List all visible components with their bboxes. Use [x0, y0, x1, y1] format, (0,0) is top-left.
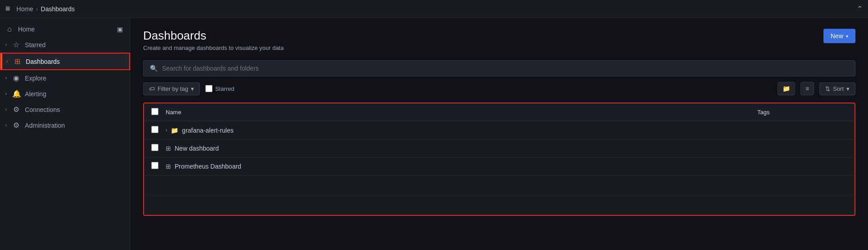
- search-bar[interactable]: 🔍: [143, 60, 855, 76]
- row-name-cell: ⊞ Prometheus Dashboard: [166, 163, 752, 170]
- sidebar-item-connections[interactable]: › ⚙ Connections: [0, 102, 130, 117]
- main-content: Dashboards Create and manage dashboards …: [131, 18, 868, 250]
- row-checkbox[interactable]: [151, 126, 158, 133]
- star-icon: ☆: [12, 40, 20, 49]
- chevron-icon: ›: [5, 76, 7, 80]
- folder-icon: 📁: [171, 127, 178, 134]
- sort-chevron: ▾: [846, 85, 850, 92]
- table-row-empty: [144, 175, 854, 195]
- row-checkbox-cell[interactable]: [151, 144, 160, 152]
- folder-chevron-icon[interactable]: ›: [166, 128, 167, 133]
- sidebar-label-connections: Connections: [25, 106, 60, 113]
- search-input[interactable]: [162, 65, 849, 72]
- col-name-header: Name: [166, 109, 752, 116]
- sidebar-label-administration: Administration: [25, 122, 65, 129]
- sidebar-item-home[interactable]: ⌂ Home ▣: [0, 22, 130, 37]
- sidebar-item-dashboards[interactable]: › ⊞ Dashboards: [0, 53, 130, 70]
- filter-row: 🏷 Filter by tag ▾ Starred 📁 ≡ ⇅ Sort ▾: [143, 82, 855, 95]
- table-row: ⊞ New dashboard: [144, 139, 854, 157]
- col-tags-header: Tags: [757, 109, 847, 116]
- sort-label: Sort: [833, 85, 844, 92]
- dashboard-link[interactable]: New dashboard: [175, 145, 219, 152]
- menu-icon[interactable]: ≡: [5, 4, 10, 13]
- sidebar-label-alerting: Alerting: [25, 90, 46, 98]
- breadcrumb: Home › Dashboards: [17, 5, 75, 13]
- sidebar-label-explore: Explore: [25, 75, 46, 82]
- sidebar-label-dashboards: Dashboards: [26, 58, 60, 65]
- admin-icon: ⚙: [12, 121, 20, 129]
- starred-filter[interactable]: Starred: [205, 85, 235, 92]
- starred-label: Starred: [215, 85, 235, 92]
- bell-icon: 🔔: [12, 89, 20, 98]
- connections-icon: ⚙: [12, 105, 20, 114]
- collapse-icon[interactable]: ⌃: [857, 4, 863, 13]
- breadcrumb-home[interactable]: Home: [17, 5, 33, 13]
- chevron-icon: ›: [5, 42, 7, 47]
- page-title-group: Dashboards Create and manage dashboards …: [143, 29, 284, 51]
- dashboard-link[interactable]: Prometheus Dashboard: [175, 163, 241, 170]
- select-all-checkbox[interactable]: [151, 108, 158, 115]
- table-row: ⊞ Prometheus Dashboard: [144, 157, 854, 175]
- search-icon: 🔍: [150, 65, 158, 72]
- filter-tag-button[interactable]: 🏷 Filter by tag ▾: [143, 82, 200, 95]
- sort-icon: ⇅: [825, 85, 830, 92]
- row-checkbox[interactable]: [151, 162, 158, 169]
- sidebar-item-alerting[interactable]: › 🔔 Alerting: [0, 86, 130, 102]
- layout: ⌂ Home ▣ › ☆ Starred › ⊞ Dashboards › ◉ …: [0, 18, 868, 250]
- table-row-empty: [144, 195, 854, 215]
- new-button[interactable]: New ▾: [823, 29, 855, 43]
- folder-view-button[interactable]: 📁: [778, 82, 795, 95]
- chevron-icon: ›: [5, 107, 7, 112]
- sidebar-item-administration[interactable]: › ⚙ Administration: [0, 117, 130, 133]
- header-checkbox-cell[interactable]: [151, 108, 160, 116]
- page-subtitle: Create and manage dashboards to visualiz…: [143, 45, 284, 51]
- sidebar-item-starred[interactable]: › ☆ Starred: [0, 37, 130, 53]
- row-name-cell: › 📁 grafana-alert-rules: [166, 127, 752, 134]
- starred-checkbox[interactable]: [205, 85, 212, 92]
- dashboard-link[interactable]: grafana-alert-rules: [182, 127, 233, 134]
- table-header: Name Tags: [144, 103, 854, 121]
- chevron-icon: ›: [5, 91, 7, 96]
- folder-view-icon: 📁: [782, 85, 790, 92]
- sidebar-label-starred: Starred: [25, 41, 45, 49]
- filter-tag-chevron: ▾: [191, 85, 194, 92]
- row-checkbox-cell[interactable]: [151, 126, 160, 134]
- new-button-label: New: [831, 32, 843, 40]
- dashboard-icon: ⊞: [166, 145, 171, 152]
- row-checkbox[interactable]: [151, 144, 158, 151]
- chevron-down-icon: ▾: [846, 34, 848, 39]
- chevron-icon: ›: [6, 59, 8, 64]
- row-checkbox-cell[interactable]: [151, 162, 160, 170]
- table-row: › 📁 grafana-alert-rules: [144, 121, 854, 139]
- breadcrumb-separator: ›: [36, 5, 38, 13]
- dashboards-table: Name Tags › 📁 grafana-alert-rules: [143, 103, 855, 216]
- explore-icon: ◉: [12, 74, 20, 82]
- layout-icon: ▣: [117, 26, 123, 33]
- home-icon: ⌂: [5, 25, 14, 33]
- page-title: Dashboards: [143, 29, 284, 43]
- list-view-icon: ≡: [805, 85, 809, 92]
- topbar: ≡ Home › Dashboards ⌃: [0, 0, 868, 18]
- tag-icon: 🏷: [149, 85, 155, 92]
- sidebar-item-explore[interactable]: › ◉ Explore: [0, 70, 130, 86]
- row-name-cell: ⊞ New dashboard: [166, 145, 752, 152]
- dashboards-icon: ⊞: [13, 57, 21, 66]
- sidebar: ⌂ Home ▣ › ☆ Starred › ⊞ Dashboards › ◉ …: [0, 18, 131, 250]
- list-view-button[interactable]: ≡: [800, 82, 814, 95]
- breadcrumb-current: Dashboards: [41, 5, 75, 13]
- dashboard-icon: ⊞: [166, 163, 171, 170]
- sidebar-label-home: Home: [18, 26, 35, 33]
- sort-button[interactable]: ⇅ Sort ▾: [819, 82, 855, 95]
- filter-tag-label: Filter by tag: [158, 85, 188, 92]
- page-header: Dashboards Create and manage dashboards …: [143, 29, 855, 51]
- chevron-icon: ›: [5, 123, 7, 128]
